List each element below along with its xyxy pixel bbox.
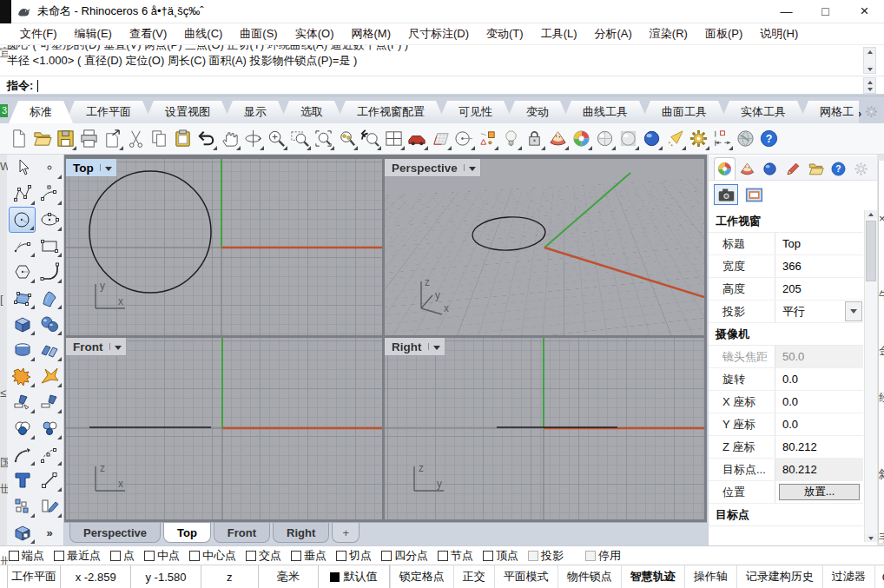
close-button[interactable]: ×	[845, 0, 884, 23]
checkbox-icon[interactable]	[9, 551, 19, 561]
trim-tool-icon[interactable]	[9, 389, 36, 415]
checkbox-icon[interactable]	[110, 551, 121, 561]
arc-center-icon[interactable]	[9, 233, 36, 259]
copy-icon[interactable]	[148, 126, 171, 152]
maximize-button[interactable]: □	[806, 0, 845, 23]
toolbar-tab-7[interactable]: 变动	[505, 101, 570, 123]
status-toggle-智慧轨迹[interactable]: 智慧轨迹	[621, 565, 684, 588]
front-viewport-canvas[interactable]: z x	[66, 338, 382, 519]
viewport-top[interactable]: y x Top	[66, 159, 382, 335]
globe-icon[interactable]	[734, 126, 757, 152]
ellipse-tool-icon[interactable]	[36, 207, 63, 233]
menu-item-11[interactable]: 渲染(R)	[641, 26, 696, 42]
sphere-shaded-icon[interactable]	[593, 126, 617, 152]
sphere-rendered-icon[interactable]	[640, 126, 663, 152]
cut-icon[interactable]	[124, 126, 148, 152]
property-value[interactable]: 50.0	[775, 346, 863, 367]
viewport-tab-top[interactable]: Top	[163, 523, 211, 543]
panel-tab-material[interactable]	[782, 157, 803, 180]
checkbox-icon[interactable]	[438, 551, 448, 561]
viewport-right[interactable]: z y Right	[385, 338, 704, 519]
projection-dropdown[interactable]	[845, 301, 862, 321]
explode-tool-icon[interactable]	[36, 363, 63, 389]
minimize-button[interactable]: —	[767, 0, 806, 23]
split-tool-icon[interactable]	[36, 389, 63, 415]
property-value[interactable]: 80.212	[775, 459, 863, 480]
status-y -1.580[interactable]: y -1.580	[131, 565, 201, 588]
chevron-down-icon[interactable]	[464, 164, 476, 171]
viewport-tab-front[interactable]: Front	[214, 523, 270, 543]
pan-icon[interactable]	[218, 126, 241, 152]
boolean-star-icon[interactable]	[9, 363, 36, 389]
menu-item-2[interactable]: 查看(V)	[121, 26, 175, 42]
color-wheel-icon[interactable]	[570, 126, 593, 152]
viewport-label-right[interactable]: Right	[385, 338, 445, 356]
spray-icon[interactable]	[663, 126, 687, 152]
more-icon[interactable]: »	[36, 519, 63, 545]
osnap-垂点[interactable]: 垂点	[291, 548, 327, 564]
viewport-tab-right[interactable]: Right	[273, 523, 329, 543]
osnap-中心点[interactable]: 中心点	[189, 548, 236, 564]
circle-tool-icon[interactable]	[9, 207, 36, 233]
status-toggle-锁定格点[interactable]: 锁定格点	[390, 565, 453, 588]
menu-item-10[interactable]: 分析(A)	[586, 26, 641, 42]
toolbar-tab-9[interactable]: 曲面工具	[641, 101, 728, 123]
chevron-down-icon[interactable]	[100, 164, 112, 171]
toolbar-tab-4[interactable]: 选取	[280, 101, 344, 123]
osnap-节点[interactable]: 节点	[438, 548, 473, 564]
status-toggle-正交[interactable]: 正交	[453, 565, 494, 588]
checkbox-icon[interactable]	[336, 551, 346, 561]
scroll-thumb[interactable]	[866, 221, 876, 281]
curve-icon[interactable]	[9, 181, 36, 207]
menu-item-0[interactable]: 文件(F)	[11, 26, 66, 42]
menu-item-5[interactable]: 实体(O)	[287, 26, 343, 42]
zoom-dynamic-icon[interactable]	[265, 126, 288, 152]
cplane-icon[interactable]	[429, 126, 452, 152]
checkbox-icon[interactable]	[291, 551, 301, 561]
osnap-切点[interactable]: 切点	[336, 548, 372, 564]
menu-item-3[interactable]: 曲线(C)	[175, 26, 231, 42]
checkbox-icon[interactable]	[54, 551, 64, 561]
new-file-icon[interactable]	[7, 126, 30, 152]
rectangle-tool-icon[interactable]	[36, 233, 63, 259]
checkbox-icon[interactable]	[246, 551, 256, 561]
command-history[interactable]: 圆心 ( 可塑形的(D) 垂直(V) 两点(P) 三点(O) 正切(T) 环绕曲…	[7, 45, 860, 76]
property-value[interactable]: 80.212	[775, 436, 863, 458]
cylinder-tool-icon[interactable]	[9, 337, 36, 363]
rotate-view-icon[interactable]	[241, 126, 265, 152]
dimension-icon[interactable]	[710, 126, 734, 152]
sphere-tool-icon[interactable]	[36, 311, 63, 337]
command-scrollbar[interactable]	[863, 47, 876, 74]
status-toggle-过滤器[interactable]: 过滤器	[822, 565, 874, 588]
viewport-label-perspective[interactable]: Perspective	[385, 159, 481, 177]
move-tool-icon[interactable]	[36, 467, 63, 493]
zoom-extents-icon[interactable]	[312, 126, 335, 152]
gear-icon[interactable]	[850, 157, 872, 180]
circles-tool-icon[interactable]	[36, 415, 63, 441]
toolbar-tab-6[interactable]: 可见性	[438, 101, 513, 123]
menu-item-8[interactable]: 变动(T)	[478, 26, 532, 42]
surface-pts-icon[interactable]	[9, 285, 36, 311]
help-icon[interactable]: ?	[757, 126, 781, 152]
checkbox-icon[interactable]	[144, 551, 155, 561]
osnap-四分点[interactable]: 四分点	[381, 548, 428, 564]
layers-icon[interactable]	[546, 126, 570, 152]
viewport-perspective[interactable]: z y x Perspective	[385, 159, 704, 335]
toolbar-tab-5[interactable]: 工作视窗配置	[336, 101, 445, 123]
scroll-down-icon[interactable]	[864, 65, 875, 73]
status-毫米[interactable]: 毫米	[259, 565, 319, 588]
menu-item-1[interactable]: 编辑(E)	[66, 26, 121, 42]
osnap-投影[interactable]: 投影	[528, 548, 564, 564]
menu-item-4[interactable]: 曲面(S)	[231, 26, 286, 42]
toolbar-tab-3[interactable]: 显示	[223, 101, 287, 123]
property-value[interactable]: 平行	[775, 301, 844, 322]
status-toggle-记录建构历史[interactable]: 记录建构历史	[736, 565, 822, 588]
viewport-settings-button[interactable]	[742, 184, 766, 205]
toolbar-tab-11[interactable]: 网格工	[799, 101, 859, 123]
sphere-ghosted-icon[interactable]	[617, 126, 640, 152]
undo-view-icon[interactable]	[359, 126, 382, 152]
perspective-viewport-canvas[interactable]: z y x	[385, 159, 704, 335]
toolbar-tab-2[interactable]: 设置视图	[144, 101, 231, 123]
surface-pair-icon[interactable]	[36, 337, 63, 363]
patch-icon[interactable]	[36, 285, 63, 311]
